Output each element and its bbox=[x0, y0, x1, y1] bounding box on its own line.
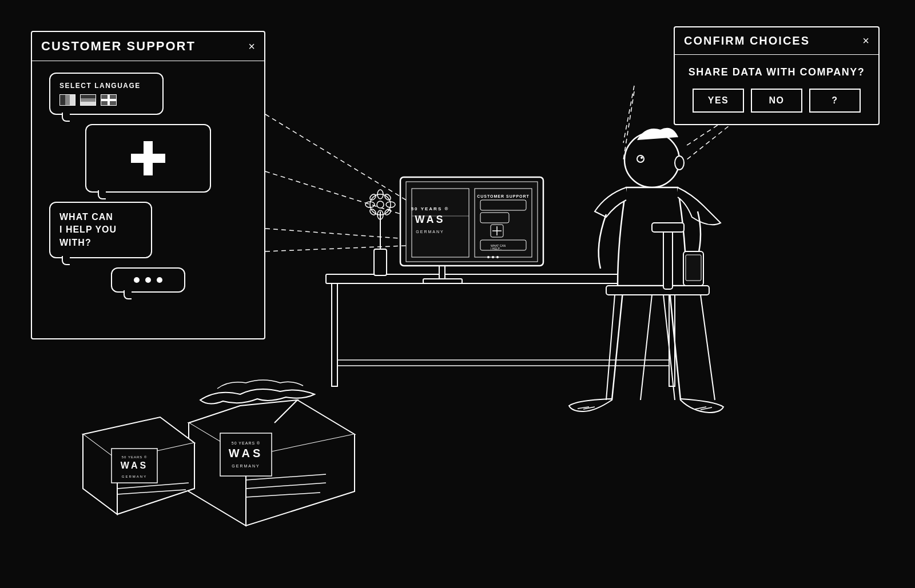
svg-point-41 bbox=[377, 201, 384, 208]
svg-point-29 bbox=[496, 256, 499, 258]
svg-rect-53 bbox=[663, 229, 673, 289]
customer-support-header: CUSTOMER SUPPORT × bbox=[32, 32, 264, 61]
svg-rect-4 bbox=[326, 274, 681, 283]
svg-line-2 bbox=[623, 91, 634, 160]
swiss-cross-bubble bbox=[85, 124, 211, 193]
svg-rect-5 bbox=[332, 283, 337, 386]
svg-point-34 bbox=[377, 210, 383, 219]
confirm-choices-body: SHARE DATA WITH COMPANY? YES NO ? bbox=[675, 55, 878, 124]
svg-text:CUSTOMER SUPPORT: CUSTOMER SUPPORT bbox=[477, 194, 530, 198]
help-bubble: WHAT CANI HELP YOUWITH? bbox=[49, 202, 152, 258]
svg-rect-11 bbox=[406, 182, 538, 262]
flag-icon-1[interactable] bbox=[59, 94, 75, 106]
confirm-question: SHARE DATA WITH COMPANY? bbox=[684, 66, 869, 78]
svg-point-27 bbox=[487, 256, 490, 258]
svg-text:50 YEARS ®: 50 YEARS ® bbox=[411, 206, 449, 211]
confirm-choices-dialog: CONFIRM CHOICES × SHARE DATA WITH COMPAN… bbox=[674, 26, 880, 125]
svg-line-55 bbox=[606, 295, 615, 400]
svg-text:WAS: WAS bbox=[229, 447, 264, 459]
customer-support-body: SELECT LANGUAGE WHAT CANI HEL bbox=[32, 61, 264, 304]
svg-rect-24 bbox=[480, 240, 526, 250]
svg-line-74 bbox=[623, 86, 634, 143]
svg-rect-30 bbox=[374, 249, 387, 275]
svg-point-32 bbox=[370, 194, 391, 215]
confirm-no-button[interactable]: NO bbox=[751, 89, 802, 113]
svg-line-65 bbox=[246, 493, 320, 497]
dots-bubble bbox=[111, 267, 185, 293]
svg-rect-19 bbox=[480, 200, 526, 210]
svg-rect-46 bbox=[683, 251, 703, 286]
svg-text:I HELP...: I HELP... bbox=[491, 247, 502, 250]
svg-text:WAS: WAS bbox=[415, 214, 445, 225]
svg-point-28 bbox=[492, 256, 494, 258]
svg-line-1 bbox=[265, 229, 423, 240]
customer-support-close-button[interactable]: × bbox=[248, 40, 255, 53]
confirm-choices-header: CONFIRM CHOICES × bbox=[675, 27, 878, 55]
svg-point-45 bbox=[675, 156, 684, 170]
svg-point-37 bbox=[369, 193, 377, 201]
svg-text:50 YEARS ®: 50 YEARS ® bbox=[122, 455, 148, 459]
confirm-choices-close-button[interactable]: × bbox=[862, 34, 869, 47]
svg-line-57 bbox=[640, 295, 652, 400]
svg-point-44 bbox=[640, 157, 643, 159]
svg-point-40 bbox=[369, 208, 377, 216]
svg-rect-10 bbox=[400, 177, 543, 266]
flag-icon-2[interactable] bbox=[80, 94, 96, 106]
svg-line-51 bbox=[701, 407, 712, 410]
svg-text:WHAT CAN: WHAT CAN bbox=[491, 244, 506, 247]
svg-point-36 bbox=[386, 202, 395, 207]
svg-rect-6 bbox=[669, 283, 675, 386]
svg-line-50 bbox=[695, 407, 706, 409]
language-selector-bubble: SELECT LANGUAGE bbox=[49, 73, 164, 115]
svg-line-49 bbox=[583, 407, 595, 409]
dot-1 bbox=[134, 277, 140, 283]
svg-text:GERMANY: GERMANY bbox=[122, 475, 147, 478]
svg-rect-20 bbox=[480, 213, 509, 223]
language-flags bbox=[59, 94, 153, 106]
svg-point-33 bbox=[377, 190, 383, 199]
svg-rect-17 bbox=[475, 189, 532, 257]
svg-line-73 bbox=[265, 246, 406, 251]
confirm-yes-button[interactable]: YES bbox=[693, 89, 744, 113]
svg-rect-12 bbox=[412, 189, 469, 257]
svg-text:GERMANY: GERMANY bbox=[232, 464, 260, 468]
svg-point-43 bbox=[637, 155, 644, 162]
swiss-cross-icon bbox=[131, 141, 165, 175]
svg-point-35 bbox=[365, 202, 375, 207]
flag-icon-3[interactable] bbox=[101, 94, 117, 106]
svg-point-42 bbox=[624, 133, 679, 187]
svg-point-38 bbox=[384, 208, 392, 216]
confirm-buttons-group: YES NO ? bbox=[684, 89, 869, 113]
svg-rect-9 bbox=[423, 279, 462, 283]
svg-line-64 bbox=[246, 483, 326, 489]
svg-line-48 bbox=[578, 407, 589, 409]
svg-text:WAS: WAS bbox=[121, 461, 148, 470]
svg-rect-54 bbox=[652, 223, 684, 232]
svg-rect-21 bbox=[491, 225, 503, 237]
svg-rect-66 bbox=[112, 449, 157, 483]
svg-rect-52 bbox=[606, 286, 709, 295]
svg-text:GERMANY: GERMANY bbox=[416, 230, 444, 234]
confirm-maybe-button[interactable]: ? bbox=[809, 89, 861, 113]
svg-line-58 bbox=[663, 295, 675, 400]
svg-rect-8 bbox=[439, 263, 445, 280]
confirm-choices-title: CONFIRM CHOICES bbox=[684, 34, 810, 47]
dot-2 bbox=[145, 277, 151, 283]
help-text: WHAT CANI HELP YOUWITH? bbox=[59, 211, 142, 249]
svg-line-56 bbox=[701, 295, 715, 400]
customer-support-title: CUSTOMER SUPPORT bbox=[41, 39, 196, 54]
svg-line-0 bbox=[265, 171, 429, 223]
svg-line-72 bbox=[265, 114, 406, 200]
svg-text:50 YEARS ®: 50 YEARS ® bbox=[232, 441, 260, 445]
dot-3 bbox=[157, 277, 162, 283]
svg-rect-59 bbox=[220, 433, 272, 476]
customer-support-dialog: CUSTOMER SUPPORT × SELECT LANGUAGE bbox=[31, 31, 265, 339]
svg-line-63 bbox=[246, 474, 326, 480]
svg-rect-47 bbox=[686, 255, 701, 281]
svg-line-71 bbox=[117, 490, 186, 494]
svg-rect-7 bbox=[337, 360, 669, 366]
language-label: SELECT LANGUAGE bbox=[59, 82, 153, 90]
svg-point-39 bbox=[384, 193, 392, 201]
svg-line-70 bbox=[117, 483, 189, 489]
